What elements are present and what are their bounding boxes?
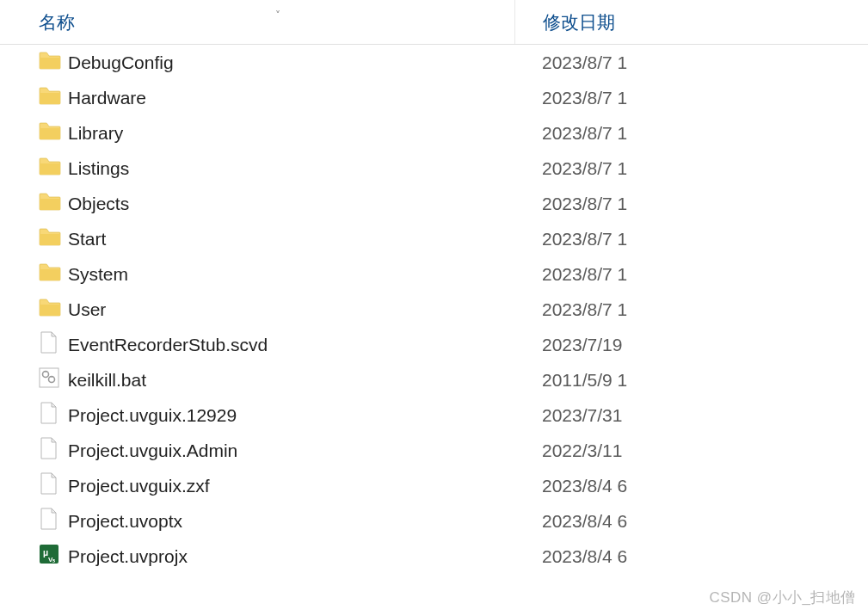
file-date: 2023/8/7 1 [542,88,697,108]
header-name-label: 名称 [39,12,75,32]
file-icon-cell [39,157,68,180]
file-date: 2023/8/7 1 [542,264,697,285]
file-date: 2023/7/19 [542,335,697,355]
bat-file-icon [39,367,59,392]
file-name: DebugConfig [68,52,542,73]
folder-icon [39,262,61,286]
file-row[interactable]: keilkill.bat2011/5/9 1 [0,362,868,397]
file-date: 2011/5/9 1 [542,370,697,391]
svg-text:V₅: V₅ [48,556,55,564]
folder-icon [39,51,61,74]
file-row[interactable]: Project.uvguix.Admin2022/3/11 [0,433,868,468]
file-date: 2023/8/7 1 [542,229,697,249]
file-name: Start [68,229,542,249]
file-icon-cell [39,367,68,392]
file-icon-cell [39,472,68,499]
file-name: Objects [68,194,542,214]
file-icon-cell [39,298,68,321]
file-row[interactable]: Objects2023/8/7 1 [0,186,868,221]
sort-indicator-icon: ˅ [275,9,280,22]
file-row[interactable]: Hardware2023/8/7 1 [0,80,868,115]
svg-rect-4 [51,376,53,378]
file-date: 2023/8/7 1 [542,52,697,73]
file-date: 2023/8/7 1 [542,123,697,144]
file-icon [39,402,58,428]
file-icon-cell [39,86,68,109]
file-row[interactable]: System2023/8/7 1 [0,256,868,292]
file-name: User [68,299,542,320]
uvision-project-icon: μ V₅ [39,544,59,569]
file-date: 2023/8/7 1 [542,299,697,320]
folder-icon [39,192,61,215]
file-icon-cell [39,192,68,215]
file-icon [39,472,58,499]
file-name: Project.uvprojx [68,546,542,567]
file-list: DebugConfig2023/8/7 1 Hardware2023/8/7 1… [0,45,868,574]
file-name: Project.uvguix.Admin [68,440,542,461]
file-name: Hardware [68,88,542,108]
file-icon [39,508,58,534]
folder-icon [39,298,61,321]
file-icon-cell [39,227,68,250]
file-date: 2023/8/7 1 [542,158,697,179]
file-icon-cell [39,51,68,74]
file-name: keilkill.bat [68,370,542,391]
file-row[interactable]: μ V₅ Project.uvprojx2023/8/4 6 [0,539,868,574]
column-header-name[interactable]: 名称 ˅ [0,10,514,34]
file-name: Library [68,123,542,144]
file-icon-cell: μ V₅ [39,544,68,569]
file-icon-cell [39,262,68,286]
file-name: Listings [68,158,542,179]
file-name: Project.uvoptx [68,511,542,532]
column-header-date[interactable]: 修改日期 [514,0,669,44]
file-name: System [68,264,542,285]
folder-icon [39,121,61,145]
file-name: Project.uvguix.zxf [68,476,542,496]
file-icon-cell [39,331,68,358]
file-row[interactable]: Project.uvguix.129292023/7/31 [0,397,868,433]
file-icon [39,331,58,358]
watermark-text: CSDN @小小_扫地僧 [709,588,856,607]
header-date-label: 修改日期 [543,10,615,34]
file-row[interactable]: DebugConfig2023/8/7 1 [0,45,868,80]
folder-icon [39,157,61,180]
file-icon-cell [39,402,68,428]
column-header-row: 名称 ˅ 修改日期 [0,0,868,45]
file-row[interactable]: User2023/8/7 1 [0,292,868,327]
file-row[interactable]: Start2023/8/7 1 [0,221,868,256]
file-date: 2023/8/7 1 [542,194,697,214]
file-date: 2023/8/4 6 [542,546,697,567]
file-name: EventRecorderStub.scvd [68,335,542,355]
file-name: Project.uvguix.12929 [68,405,542,426]
file-icon-cell [39,437,68,464]
folder-icon [39,227,61,250]
file-icon-cell [39,508,68,534]
file-icon-cell [39,121,68,145]
svg-rect-3 [45,371,47,373]
file-date: 2023/7/31 [542,405,697,426]
file-row[interactable]: Project.uvguix.zxf2023/8/4 6 [0,468,868,503]
file-date: 2022/3/11 [542,440,697,461]
file-icon [39,437,58,464]
file-row[interactable]: EventRecorderStub.scvd2023/7/19 [0,327,868,362]
file-row[interactable]: Listings2023/8/7 1 [0,151,868,186]
file-date: 2023/8/4 6 [542,511,697,532]
file-date: 2023/8/4 6 [542,476,697,496]
file-row[interactable]: Library2023/8/7 1 [0,115,868,151]
file-row[interactable]: Project.uvoptx2023/8/4 6 [0,503,868,539]
folder-icon [39,86,61,109]
